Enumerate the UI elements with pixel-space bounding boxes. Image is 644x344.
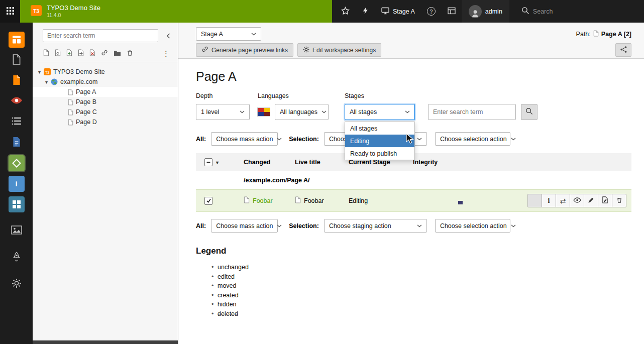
brand-text: TYPO3 Demo Site 11.4.0 <box>47 4 100 19</box>
workspace-stage-select[interactable]: Stage A <box>196 27 261 41</box>
mass-action-select-top[interactable]: Choose mass action <box>211 132 278 146</box>
record-search-button[interactable] <box>521 104 538 120</box>
tree-search-input[interactable] <box>43 29 158 42</box>
share-icon <box>620 46 627 55</box>
page-icon <box>244 196 250 205</box>
workspace-indicator[interactable]: Stage A <box>375 0 421 23</box>
legend-item-edited: edited <box>211 272 631 282</box>
path-value: Page A [2] <box>601 31 631 38</box>
selection-action-select-top[interactable]: Choose selection action <box>435 132 510 146</box>
preview-button[interactable] <box>570 194 584 207</box>
selection-action-select-bottom[interactable]: Choose selection action <box>435 219 510 233</box>
edit-button[interactable] <box>584 194 598 207</box>
edit-record-button[interactable] <box>598 194 612 207</box>
page-preview-icon[interactable] <box>55 49 61 58</box>
module-media[interactable] <box>0 220 33 241</box>
site-brand[interactable]: T3 TYPO3 Demo Site 11.4.0 <box>20 0 332 23</box>
module-workspaces[interactable] <box>0 153 33 173</box>
selection-dropdown-caret[interactable]: ▾ <box>216 160 219 165</box>
languages-select[interactable]: All languages <box>275 104 329 120</box>
link-icon[interactable] <box>101 49 108 58</box>
module-view[interactable] <box>0 91 33 111</box>
page-delete-icon[interactable] <box>89 49 95 58</box>
record-search-input[interactable] <box>428 104 516 120</box>
module-list[interactable] <box>0 111 33 132</box>
help-menu[interactable]: ? <box>421 0 442 23</box>
module-template[interactable] <box>0 194 33 214</box>
list-rows-icon <box>12 117 22 127</box>
caret-down-icon[interactable]: ▾ <box>36 69 43 75</box>
check-mark <box>206 198 211 203</box>
tree-node-label: TYPO3 Demo Site <box>53 68 105 75</box>
tree-more-options-button[interactable]: ⋮ <box>158 50 174 57</box>
module-settings[interactable] <box>0 274 33 294</box>
document-icon <box>12 54 21 66</box>
delete-button[interactable] <box>612 194 626 207</box>
modules-toggle-button[interactable] <box>0 0 20 23</box>
multi-language-flag-icon <box>258 108 270 116</box>
record-search <box>428 104 538 120</box>
tree-node-page-b[interactable]: Page B <box>33 97 178 107</box>
info-icon: i <box>548 197 550 205</box>
tree-node-label: Page C <box>76 108 97 116</box>
mass-action-select-bottom[interactable]: Choose mass action <box>211 219 278 233</box>
user-menu[interactable]: admin <box>462 0 509 23</box>
star-icon <box>341 7 350 17</box>
stages-option-all[interactable]: All stages <box>345 122 414 135</box>
module-upgrade[interactable] <box>0 247 33 268</box>
select-all-checkbox[interactable] <box>204 158 212 166</box>
generate-preview-links-button[interactable]: Generate page preview links <box>196 43 293 57</box>
orange-document-icon <box>12 75 21 87</box>
module-view-page[interactable] <box>0 50 33 70</box>
page-add-icon[interactable] <box>66 49 72 58</box>
topbar-search[interactable]: Search <box>515 0 559 23</box>
legend-title: Legend <box>196 246 631 256</box>
eye-icon <box>573 197 581 204</box>
typo3-logo: T3 <box>31 5 42 18</box>
folder-icon[interactable] <box>114 50 121 58</box>
path-label: Path: <box>576 31 591 38</box>
staging-action-select-bottom[interactable]: Choose staging action <box>324 219 427 233</box>
module-filelist[interactable] <box>0 70 33 91</box>
collapse-tree-button[interactable] <box>163 30 174 41</box>
depth-select[interactable]: 1 level <box>196 104 250 120</box>
send-to-stage-button[interactable]: ⇄ <box>556 194 570 207</box>
preview-link-icon <box>201 46 208 54</box>
tree-node-page-a[interactable]: Page A <box>33 87 178 97</box>
document-edit-icon <box>602 196 608 205</box>
table-record-row: Foobar Foobar Editing <box>196 189 631 212</box>
table-group-row: /example.com/Page A/ <box>196 171 631 189</box>
chevron-down-icon <box>277 224 282 227</box>
stages-option-editing[interactable]: Editing <box>345 135 414 147</box>
row-checkbox[interactable] <box>204 197 212 205</box>
all-label: All: <box>196 136 206 143</box>
module-page-layout[interactable] <box>0 29 33 50</box>
tree-node-page-d[interactable]: Page D <box>33 117 178 127</box>
tree-node-site[interactable]: ▾ example.com <box>33 77 178 87</box>
tree-node-root[interactable]: ▾ T3 TYPO3 Demo Site <box>33 67 178 77</box>
clear-cache-button[interactable] <box>356 0 375 23</box>
tree-resize-handle[interactable] <box>33 340 178 344</box>
indeterminate-mark <box>206 160 211 165</box>
legend-item-hidden: hidden <box>211 300 631 309</box>
system-info-menu[interactable] <box>442 0 462 23</box>
module-info-document[interactable] <box>0 132 33 153</box>
share-button[interactable] <box>615 43 631 57</box>
module-info[interactable]: i <box>0 173 33 194</box>
stages-dropdown-menu: All stages Editing Ready to publish <box>345 122 415 160</box>
info-button[interactable]: i <box>542 194 556 207</box>
caret-down-icon[interactable]: ▾ <box>43 79 50 85</box>
changed-record-title[interactable]: Foobar <box>253 197 273 204</box>
chevron-down-icon <box>321 110 327 113</box>
page-move-icon[interactable] <box>78 49 84 58</box>
tree-node-page-c[interactable]: Page C <box>33 107 178 117</box>
new-page-icon[interactable] <box>43 49 49 58</box>
bookmark-button[interactable] <box>335 0 356 23</box>
edit-workspace-settings-button[interactable]: Edit workspace settings <box>297 43 381 57</box>
svg-text:T3: T3 <box>33 9 39 14</box>
topbar-items: Stage A ? admin Search <box>335 0 559 23</box>
typo3-site-icon: T3 <box>44 68 51 75</box>
stages-select[interactable]: All stages <box>345 104 415 120</box>
stages-option-ready[interactable]: Ready to publish <box>345 147 414 160</box>
trash-icon[interactable] <box>127 49 133 58</box>
